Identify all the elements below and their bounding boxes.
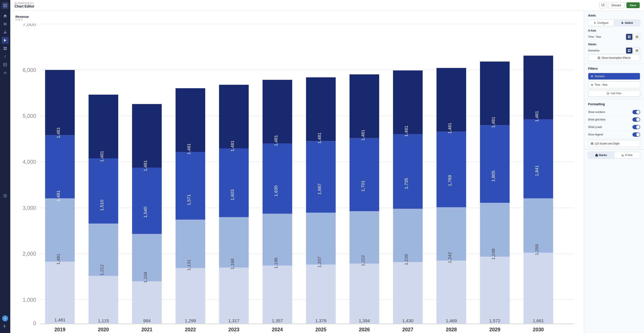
- sidebar-icon-hierarchy[interactable]: [2, 29, 8, 35]
- x-axis-list-btn[interactable]: [634, 34, 640, 40]
- svg-rect-71: [176, 152, 205, 220]
- sidebar-icon-table[interactable]: [2, 61, 8, 68]
- save-button[interactable]: Save: [626, 2, 640, 8]
- svg-text:1,735: 1,735: [404, 178, 408, 189]
- stacks-section: Stacks Scenarios: [588, 43, 640, 53]
- svg-rect-105: [350, 264, 379, 324]
- svg-rect-163: [636, 49, 638, 50]
- svg-text:1,469: 1,469: [446, 318, 457, 323]
- svg-text:1,481: 1,481: [404, 126, 408, 137]
- svg-text:2029: 2029: [489, 327, 500, 332]
- svg-text:1,481: 1,481: [56, 127, 61, 138]
- configure-button[interactable]: Configure: [588, 20, 614, 26]
- svg-rect-158: [636, 37, 638, 38]
- stacks-list-btn[interactable]: [634, 47, 640, 53]
- svg-rect-10: [6, 33, 7, 33]
- svg-text:1,394: 1,394: [359, 318, 370, 323]
- svg-text:1,249: 1,249: [491, 249, 496, 260]
- svg-rect-176: [596, 154, 598, 155]
- svg-rect-78: [219, 268, 249, 324]
- svg-text:1,481: 1,481: [56, 254, 61, 265]
- page-title: Chart Editor: [14, 4, 34, 8]
- svg-text:2026: 2026: [359, 327, 370, 332]
- svg-text:1,481: 1,481: [143, 160, 148, 171]
- svg-rect-7: [5, 31, 6, 31]
- svg-rect-126: [436, 68, 466, 132]
- svg-text:1,222: 1,222: [360, 255, 365, 266]
- scales-and-digits-button[interactable]: 123 Scales and Digits: [588, 140, 640, 147]
- x-axis-section: X-Axis Time - Year: [588, 29, 640, 40]
- svg-rect-99: [306, 77, 336, 141]
- svg-rect-69: [176, 268, 205, 324]
- svg-text:1,635: 1,635: [273, 185, 278, 197]
- svg-text:1,196: 1,196: [273, 258, 278, 269]
- sidebar-icon-settings[interactable]: [2, 69, 8, 76]
- chart-svg: 7,000 6,000 5,000 4,000 3,000 2,000 1,00…: [16, 23, 579, 333]
- show-grid-lines-toggle[interactable]: [632, 117, 640, 122]
- svg-text:1,259: 1,259: [534, 244, 539, 255]
- filter-chip-scenario[interactable]: Scenario: [588, 73, 640, 80]
- svg-rect-123: [436, 261, 466, 324]
- rp-bottom-nav: Stacks X-Axis: [584, 149, 644, 159]
- svg-rect-0: [4, 4, 5, 5]
- app-logo: [2, 2, 8, 9]
- sidebar-icon-home[interactable]: [2, 12, 8, 19]
- svg-text:1,481: 1,481: [56, 190, 61, 201]
- filters-title: Filters: [588, 67, 640, 70]
- svg-text:6,000: 6,000: [22, 67, 36, 73]
- x-axis-label: X-Axis: [588, 29, 640, 32]
- show-legend-toggle[interactable]: [632, 132, 640, 137]
- svg-text:1,603: 1,603: [230, 189, 235, 201]
- sidebar-icon-logout[interactable]: [2, 323, 8, 330]
- show-assumption-effects-button[interactable]: Show Assumption Effects: [588, 54, 640, 61]
- filters-section: Filters Scenario Time - Year Add Filter: [584, 64, 644, 99]
- svg-text:1,317: 1,317: [228, 318, 240, 323]
- discard-button[interactable]: Discard: [608, 2, 625, 8]
- svg-text:1,701: 1,701: [360, 180, 365, 192]
- svg-text:1,481: 1,481: [230, 140, 235, 151]
- svg-rect-3: [5, 6, 7, 7]
- format-row-show-legend: Show legend: [588, 131, 640, 138]
- svg-text:1,168: 1,168: [230, 258, 235, 270]
- svg-rect-132: [480, 257, 510, 324]
- formatting-title: Formatting: [588, 102, 640, 106]
- svg-text:2025: 2025: [315, 327, 326, 332]
- chart-panel: Revenue In M. € 7,000 6,00: [10, 10, 584, 333]
- add-filter-button[interactable]: Add Filter: [588, 90, 640, 97]
- user-avatar[interactable]: A: [2, 316, 8, 322]
- svg-rect-90: [262, 80, 292, 143]
- svg-rect-174: [595, 156, 598, 156]
- filter-chip-time-year[interactable]: Time - Year: [588, 81, 640, 88]
- svg-rect-19: [5, 49, 7, 50]
- topbar: AUTOMOTIVE EU Chart Editor Discard Save: [10, 0, 644, 10]
- org-label: AUTOMOTIVE EU: [14, 2, 34, 4]
- nav-stacks-button[interactable]: Stacks: [588, 152, 614, 159]
- sidebar-icon-help[interactable]: [2, 192, 8, 199]
- show-numbers-toggle[interactable]: [632, 110, 640, 114]
- sidebar-icon-play[interactable]: [2, 37, 8, 44]
- show-numbers-label: Show numbers: [588, 111, 605, 114]
- svg-text:2027: 2027: [402, 327, 413, 332]
- svg-rect-8: [4, 33, 4, 33]
- sidebar-icon-grid[interactable]: [2, 45, 8, 52]
- topbar-actions: Discard Save: [600, 2, 640, 8]
- svg-point-24: [5, 72, 6, 73]
- chart-subtitle: In M. €: [16, 18, 579, 21]
- sidebar-icon-list[interactable]: [2, 20, 8, 27]
- nav-x-axis-button[interactable]: X-Axis: [614, 152, 640, 159]
- x-axis-value: Time - Year: [588, 35, 601, 38]
- main-area: AUTOMOTIVE EU Chart Editor Discard Save …: [10, 0, 644, 333]
- x-axis-grid-btn[interactable]: [626, 34, 632, 40]
- stacks-grid-btn[interactable]: [626, 47, 632, 53]
- format-row-show-grid-lines: Show grid lines: [588, 116, 640, 123]
- svg-text:1,510: 1,510: [99, 200, 104, 211]
- switch-button[interactable]: Switch: [614, 20, 640, 26]
- svg-text:1,207: 1,207: [317, 257, 322, 268]
- svg-rect-96: [306, 265, 336, 324]
- format-row-show-y-axis: Show y-axis: [588, 123, 640, 131]
- sidebar-icon-transfer[interactable]: [2, 53, 8, 60]
- show-y-axis-toggle[interactable]: [632, 125, 640, 129]
- svg-rect-134: [480, 125, 510, 203]
- refresh-button[interactable]: [600, 2, 606, 8]
- show-legend-label: Show legend: [588, 133, 603, 136]
